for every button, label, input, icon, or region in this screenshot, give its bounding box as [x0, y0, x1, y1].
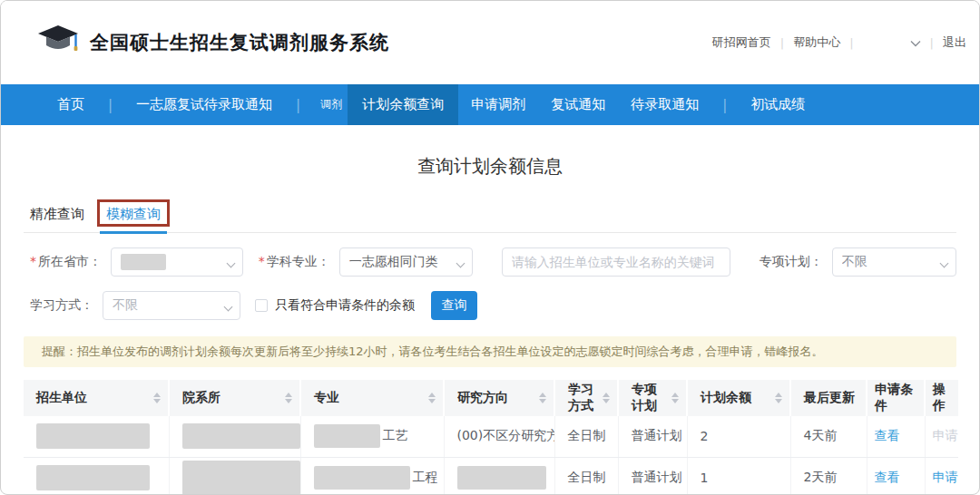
app-title: 全国硕士生招生复试调剂服务系统: [90, 30, 389, 55]
cell-quota: 1: [687, 457, 790, 495]
notice-text: 提醒：招生单位发布的调剂计划余额每次更新后将至少持续12小时，请各位考生结合各招…: [42, 344, 824, 360]
cell-special-plan: 普通计划: [618, 416, 687, 457]
view-condition-link[interactable]: 查看: [875, 470, 900, 484]
redacted-value: [314, 466, 410, 490]
page-title: 查询计划余额信息: [24, 154, 956, 179]
redacted-value: [36, 465, 150, 490]
apply-link-disabled[interactable]: 申请: [933, 428, 958, 442]
major-text: 工艺: [383, 428, 408, 444]
cell-action: 申请: [925, 457, 958, 495]
special-plan-select[interactable]: 不限: [832, 248, 956, 277]
cell-direction: (00)不区分研究方向: [444, 416, 554, 457]
help-center-link[interactable]: 帮助中心: [793, 34, 840, 51]
home-link[interactable]: 研招网首页: [712, 34, 771, 51]
tab-precise-query[interactable]: 精准查询: [30, 206, 84, 232]
major-text: 工程: [413, 470, 438, 486]
balance-table: 招生单位 院系所 专业 研究方向 学习方式 专项计划 计划余额 最后更新 申请条…: [24, 380, 958, 495]
sort-icon[interactable]: [539, 393, 546, 403]
province-select[interactable]: [111, 248, 243, 277]
nav-divider: |: [722, 97, 727, 113]
top-header: 全国硕士生招生复试调剂服务系统 研招网首页 | 帮助中心 | | 退出: [1, 1, 979, 84]
sort-icon[interactable]: [285, 393, 292, 403]
province-value-redacted: [121, 254, 166, 270]
nav-item-admission-notice[interactable]: 待录取通知: [618, 84, 711, 125]
chevron-down-icon: [224, 303, 233, 312]
col-header-special-plan[interactable]: 专项计划: [618, 380, 687, 416]
apply-link[interactable]: 申请: [933, 470, 958, 484]
query-tabs: 精准查询 模糊查询: [24, 206, 956, 233]
nav-item-plan-balance-query[interactable]: 计划余额查询: [348, 84, 458, 125]
col-header-direction[interactable]: 研究方向: [444, 380, 554, 416]
col-header-major[interactable]: 专业: [300, 380, 444, 416]
chevron-down-icon: [456, 259, 465, 268]
col-header-study-mode[interactable]: 学习方式: [554, 380, 618, 416]
cell-updated: 2天前: [790, 457, 867, 495]
col-header-department[interactable]: 院系所: [169, 380, 300, 416]
table-row: 工艺 (00)不区分研究方向 全日制 普通计划 2 4天前 查看 申请: [24, 416, 958, 457]
study-mode-value: 不限: [113, 297, 138, 314]
search-button[interactable]: 查询: [431, 291, 477, 320]
notice-banner: 提醒：招生单位发布的调剂计划余额每次更新后将至少持续12小时，请各位考生结合各招…: [24, 336, 956, 367]
nav-group-label-tiaoji: 调剂: [320, 84, 342, 125]
tab-fuzzy-query-label: 模糊查询: [106, 206, 161, 222]
only-eligible-label[interactable]: 只看符合申请条件的余额: [275, 297, 415, 314]
cell-updated: 4天前: [790, 416, 867, 457]
cell-department: [169, 416, 300, 457]
cell-study-mode: 全日制: [554, 416, 618, 457]
header-right-links: 研招网首页 | 帮助中心 | | 退出: [712, 34, 966, 51]
redacted-value: [182, 423, 300, 449]
subject-value: 一志愿相同门类: [349, 254, 438, 270]
tab-fuzzy-query[interactable]: 模糊查询: [106, 206, 161, 232]
table-header-row: 招生单位 院系所 专业 研究方向 学习方式 专项计划 计划余额 最后更新 申请条…: [24, 380, 958, 416]
nav-divider: |: [296, 97, 300, 113]
sort-icon[interactable]: [775, 393, 782, 403]
cell-direction: [444, 457, 554, 495]
subject-label: *学科专业：: [259, 254, 330, 270]
study-mode-label: 学习方式：: [30, 297, 93, 314]
sort-icon[interactable]: [428, 393, 436, 403]
filter-row-1: *所在省市： *学科专业： 一志愿相同门类 专项计划： 不限: [24, 248, 956, 277]
subject-select[interactable]: 一志愿相同门类: [339, 248, 473, 277]
table-row: 工程 全日制 普通计划 1 2天前 查看 申请: [24, 457, 958, 495]
study-mode-select[interactable]: 不限: [103, 291, 240, 320]
redacted-value: [36, 423, 150, 449]
only-eligible-checkbox[interactable]: [255, 299, 268, 312]
filter-row-2: 学习方式： 不限 只看符合申请条件的余额 查询: [24, 291, 956, 320]
cell-quota: 2: [687, 416, 790, 457]
required-mark: *: [259, 254, 265, 268]
col-header-action: 操作: [925, 380, 958, 416]
col-header-condition: 申请条件: [867, 380, 925, 416]
cell-major: 工艺: [300, 416, 444, 457]
nav-item-retest-notice[interactable]: 复试通知: [538, 84, 618, 125]
chevron-down-icon: [226, 259, 235, 268]
required-mark: *: [30, 254, 36, 268]
special-plan-label: 专项计划：: [760, 254, 823, 270]
chevron-down-icon[interactable]: [910, 36, 921, 50]
cell-unit: [24, 416, 169, 457]
redacted-value: [182, 461, 300, 495]
username-redacted: [863, 36, 901, 49]
cell-condition: 查看: [867, 416, 925, 457]
cell-major: 工程: [300, 457, 444, 495]
cell-condition: 查看: [867, 457, 925, 495]
col-header-updated: 最后更新: [790, 380, 867, 416]
sort-icon[interactable]: [153, 393, 161, 403]
logout-link[interactable]: 退出: [943, 34, 966, 51]
col-header-quota[interactable]: 计划余额: [687, 380, 790, 416]
header-divider: |: [930, 36, 934, 50]
nav-item-apply-tiaoji[interactable]: 申请调剂: [458, 84, 538, 125]
nav-item-home[interactable]: 首页: [44, 84, 97, 125]
redacted-value: [314, 424, 380, 448]
main-nav: 首页 | 一志愿复试待录取通知 | 调剂 计划余额查询 申请调剂 复试通知 待录…: [1, 84, 979, 125]
col-header-unit[interactable]: 招生单位: [24, 380, 169, 416]
cell-study-mode: 全日制: [554, 457, 618, 495]
header-divider: |: [780, 36, 784, 50]
nav-item-first-choice-notice[interactable]: 一志愿复试待录取通知: [123, 84, 285, 125]
header-divider: |: [849, 36, 853, 50]
nav-item-initial-scores[interactable]: 初试成绩: [738, 84, 818, 125]
view-condition-link[interactable]: 查看: [875, 428, 900, 442]
sort-icon[interactable]: [603, 393, 610, 403]
sort-icon[interactable]: [671, 393, 679, 403]
keyword-input[interactable]: [502, 248, 730, 277]
cell-special-plan: 普通计划: [618, 457, 687, 495]
